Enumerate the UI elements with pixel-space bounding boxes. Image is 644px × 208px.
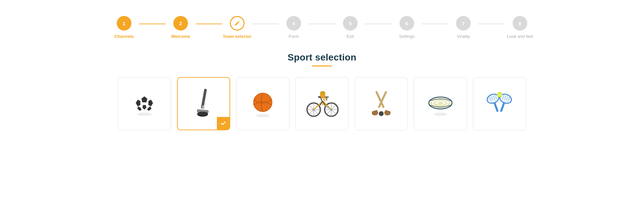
- step-connector-2: [196, 24, 222, 24]
- cycling-icon: [305, 87, 339, 120]
- basketball-icon: [246, 87, 279, 120]
- step-virality[interactable]: 7 Virality: [448, 16, 478, 39]
- section-underline: [312, 65, 332, 66]
- svg-point-40: [320, 91, 325, 95]
- field-hockey-icon: [365, 87, 398, 120]
- step-form[interactable]: 4 Form: [279, 16, 309, 39]
- sport-card-rugby[interactable]: [414, 77, 467, 130]
- svg-line-35: [321, 98, 322, 101]
- sport-card-basketball[interactable]: [236, 77, 289, 130]
- section-title-wrap: Sport selection: [288, 52, 357, 66]
- sport-card-field-hockey[interactable]: [355, 77, 408, 130]
- sport-card-soccer[interactable]: [118, 77, 171, 130]
- step-welcome[interactable]: 2 Welcome: [166, 16, 196, 39]
- step-label-look-feel: Look and feel: [507, 34, 533, 39]
- step-circle-5: 5: [343, 16, 358, 31]
- step-label-exit: Exit: [347, 34, 354, 39]
- step-circle-2: 2: [173, 16, 188, 31]
- step-circle-8: 8: [513, 16, 527, 31]
- step-circle-3: [230, 16, 244, 31]
- step-label-team-selector: Team selector: [223, 34, 251, 39]
- hockey-icon: [187, 87, 220, 120]
- step-label-channels: Channels: [114, 34, 134, 39]
- step-circle-6: 6: [400, 16, 414, 31]
- sports-grid: [104, 77, 540, 144]
- sport-card-tennis[interactable]: [473, 77, 526, 130]
- step-circle-1: 1: [117, 16, 131, 31]
- step-label-welcome: Welcome: [171, 34, 190, 39]
- step-exit[interactable]: 5 Exit: [335, 16, 365, 39]
- soccer-icon: [128, 87, 161, 120]
- svg-point-14: [197, 112, 208, 116]
- step-connector-5: [365, 24, 392, 24]
- step-label-virality: Virality: [457, 34, 470, 39]
- step-label-settings: Settings: [399, 34, 415, 39]
- rugby-icon: [424, 87, 457, 120]
- hockey-selected-check: [217, 117, 230, 130]
- step-channels[interactable]: 1 Channels: [109, 16, 139, 39]
- svg-point-0: [137, 113, 152, 116]
- svg-point-54: [429, 100, 451, 104]
- step-connector-1: [139, 24, 166, 24]
- sport-card-cycling[interactable]: [295, 77, 349, 130]
- step-team-selector[interactable]: Team selector: [222, 16, 252, 39]
- step-connector-3: [252, 24, 279, 24]
- edit-icon: [234, 20, 240, 26]
- tennis-icon: [483, 87, 516, 120]
- step-connector-6: [422, 24, 448, 24]
- step-connector-7: [478, 24, 505, 24]
- svg-rect-73: [500, 102, 505, 112]
- step-circle-4: 4: [286, 16, 301, 31]
- svg-point-15: [256, 114, 269, 117]
- step-settings[interactable]: 6 Settings: [392, 16, 422, 39]
- section-title: Sport selection: [288, 52, 357, 63]
- svg-point-74: [497, 92, 502, 97]
- stepper: 1 Channels 2 Welcome Team selector 4 For…: [89, 0, 555, 49]
- step-look-feel[interactable]: 8 Look and feel: [505, 16, 535, 39]
- step-circle-7: 7: [456, 16, 471, 31]
- sport-card-hockey[interactable]: [177, 77, 230, 130]
- svg-point-49: [434, 113, 447, 116]
- svg-rect-64: [493, 102, 499, 112]
- step-label-form: Form: [289, 34, 299, 39]
- step-connector-4: [309, 24, 335, 24]
